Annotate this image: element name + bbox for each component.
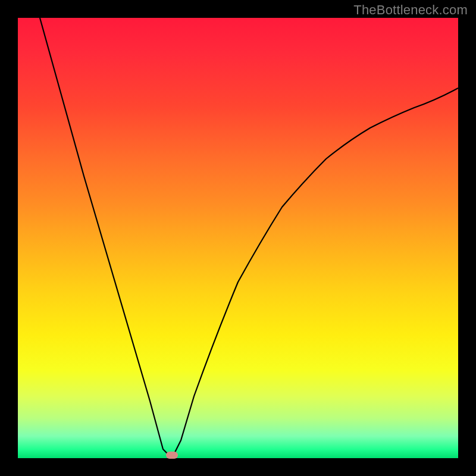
- bottleneck-curve: [18, 18, 458, 458]
- watermark-text: TheBottleneck.com: [353, 2, 468, 18]
- optimal-point-marker: [166, 452, 178, 459]
- plot-area: [18, 18, 458, 458]
- chart-frame: TheBottleneck.com: [0, 0, 476, 476]
